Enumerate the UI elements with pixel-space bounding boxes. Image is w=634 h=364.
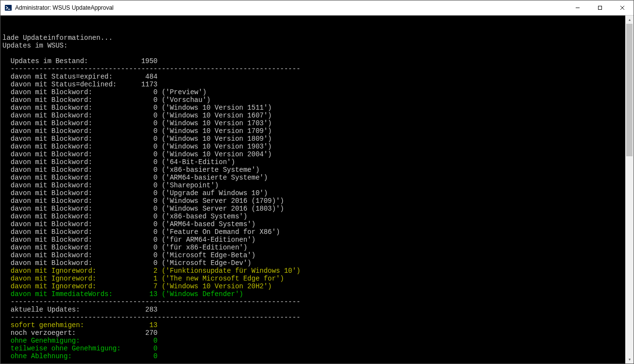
scroll-up-button[interactable]: ▴ [625, 16, 634, 24]
client-area: lade Updateinformationen... Updates im W… [0, 16, 634, 364]
vertical-scrollbar[interactable]: ▴ ▾ [625, 16, 634, 364]
powershell-icon [4, 4, 12, 12]
app-window: Administrator: WSUS UpdateApproval lade … [0, 0, 634, 364]
scroll-down-button[interactable]: ▾ [625, 355, 634, 364]
titlebar[interactable]: Administrator: WSUS UpdateApproval [0, 0, 634, 16]
svg-rect-2 [599, 6, 602, 10]
maximize-button[interactable] [589, 0, 611, 15]
minimize-button[interactable] [566, 0, 589, 15]
close-button[interactable] [611, 0, 634, 15]
scrollbar-track[interactable] [625, 24, 634, 355]
console-output[interactable]: lade Updateinformationen... Updates im W… [0, 16, 625, 364]
scrollbar-thumb[interactable] [626, 24, 633, 156]
window-title: Administrator: WSUS UpdateApproval [15, 4, 114, 11]
